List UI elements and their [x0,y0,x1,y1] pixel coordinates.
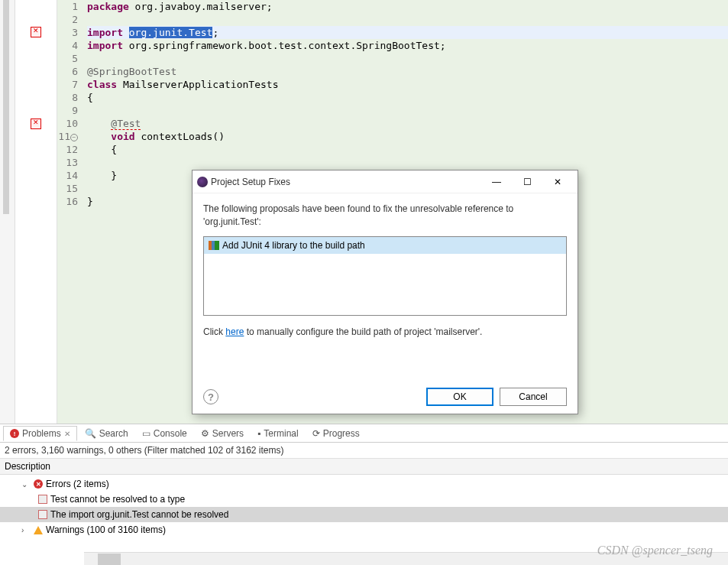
java-error-icon [38,495,47,504]
tab-servers[interactable]: ⚙Servers [195,427,250,440]
tab-console[interactable]: ▭Console [136,427,193,440]
tree-errors-group[interactable]: ⌄ ✕ Errors (2 items) [0,476,728,492]
dialog-hint: Click here to manually configure the bui… [203,326,567,337]
tab-problems[interactable]: ! Problems ✕ [3,426,77,441]
watermark: CSDN @spencer_tseng [597,544,713,557]
java-error-icon [38,510,47,519]
search-icon: 🔍 [85,428,96,439]
proposal-list[interactable]: Add JUnit 4 library to the build path [203,236,567,316]
overview-ruler [0,0,15,424]
error-icon: ! [10,429,19,438]
warning-icon [34,526,43,534]
eclipse-icon [197,177,208,187]
close-icon[interactable]: ✕ [64,430,70,438]
proposal-item[interactable]: Add JUnit 4 library to the build path [204,237,566,254]
tab-terminal[interactable]: ▪Terminal [251,427,305,440]
twisty-collapsed-icon[interactable]: › [21,526,31,534]
close-button[interactable]: ✕ [542,171,573,193]
terminal-icon: ▪ [257,428,260,439]
progress-icon: ⟳ [312,428,320,439]
ok-button[interactable]: OK [426,388,493,406]
library-icon [209,241,219,250]
tab-progress[interactable]: ⟳Progress [306,427,366,440]
problems-column-header[interactable]: Description [0,459,728,475]
bottom-tabs: ! Problems ✕ 🔍Search ▭Console ⚙Servers ▪… [0,424,728,443]
tab-search[interactable]: 🔍Search [79,427,134,440]
error-icon: ✕ [34,479,43,489]
dialog-titlebar[interactable]: Project Setup Fixes — ☐ ✕ [193,170,578,193]
twisty-expanded-icon[interactable]: ⌄ [21,480,31,489]
maximize-button[interactable]: ☐ [512,171,542,193]
cancel-button[interactable]: Cancel [500,388,567,406]
tree-error-item[interactable]: The import org.junit.Test cannot be reso… [0,507,728,522]
marker-gutter [15,0,57,424]
project-setup-dialog: Project Setup Fixes — ☐ ✕ The following … [192,170,578,414]
dialog-message: The following proposals have been found … [203,203,567,229]
tree-error-item[interactable]: Test cannot be resolved to a type [0,492,728,507]
problems-filter-summary: 2 errors, 3,160 warnings, 0 others (Filt… [0,443,728,459]
servers-icon: ⚙ [201,428,209,439]
help-icon[interactable]: ? [203,389,218,404]
configure-link[interactable]: here [225,326,244,337]
dialog-title: Project Setup Fixes [208,177,481,187]
console-icon: ▭ [142,428,150,439]
minimize-button[interactable]: — [481,171,512,193]
line-numbers: 1234567891011−1213141516 [57,0,84,424]
problems-tree: ⌄ ✕ Errors (2 items) Test cannot be reso… [0,475,728,539]
tree-warnings-group[interactable]: › Warnings (100 of 3160 items) [0,522,728,537]
